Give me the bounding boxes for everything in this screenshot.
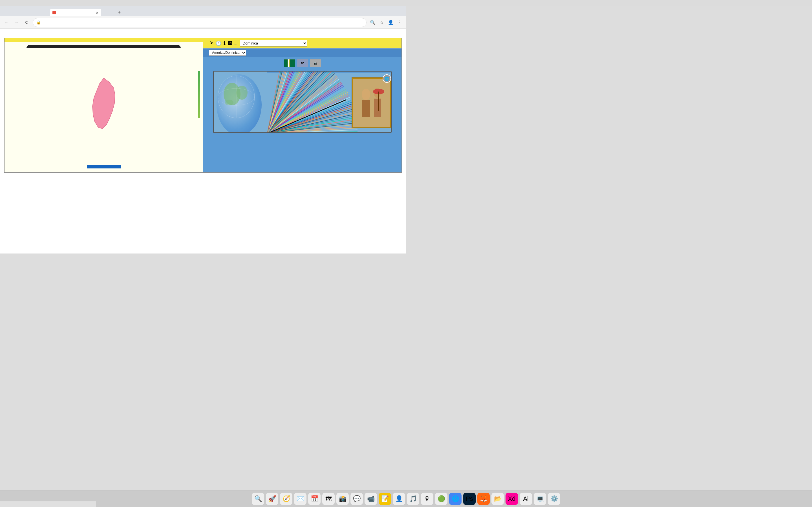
reload-button[interactable]: ↻ — [22, 18, 31, 26]
nav-actions: 🔍 ☆ 👤 ⋮ — [369, 18, 404, 26]
svg-point-2 — [236, 86, 248, 100]
tab-inactive[interactable] — [21, 9, 26, 16]
tab-inactive[interactable] — [111, 9, 115, 16]
tab-bar: ✕ + — [0, 6, 406, 16]
tab-inactive[interactable] — [2, 9, 7, 16]
tab-inactive[interactable] — [7, 9, 11, 16]
globe-visual — [216, 74, 262, 133]
globe-svg — [216, 74, 256, 119]
right-panel-content: America/Dominica 🗺 📷 — [203, 48, 402, 172]
country-select[interactable]: Dominica — [240, 40, 307, 47]
colour-wheel-svg — [264, 71, 366, 132]
profile-icon[interactable]: 👤 — [387, 18, 395, 26]
back-button[interactable]: ← — [2, 18, 10, 26]
address-bar[interactable]: 🔒 — [33, 18, 366, 27]
nav-bar: ← → ↻ 🔒 🔍 ☆ 👤 ⋮ — [0, 16, 406, 29]
world-section: (function() { var svg = document.querySe… — [213, 71, 392, 133]
tab-favicon — [52, 11, 56, 14]
new-tab-button[interactable]: + — [115, 8, 123, 16]
tab-inactive[interactable] — [26, 9, 31, 16]
tab-inactive[interactable] — [106, 9, 110, 16]
mac-menubar — [0, 0, 406, 6]
geo-title — [27, 45, 181, 48]
forward-button[interactable]: → — [12, 18, 20, 26]
tab-active[interactable]: ✕ — [50, 9, 101, 16]
dominica-map-svg — [84, 72, 123, 140]
clock-icon: 🕐 — [216, 41, 221, 46]
colour-wheel-bar: America/Dominica — [203, 48, 402, 57]
tabs-strip: ✕ — [2, 9, 115, 16]
map-thumbnail-icon[interactable]: 🗺 — [297, 59, 308, 67]
tab-inactive[interactable] — [101, 9, 106, 16]
info-icon: ℹ — [223, 41, 225, 46]
page-content: 🏳 🕐 ℹ 🖼 ... Dominica America/Dominica — [0, 29, 406, 253]
tab-close-icon[interactable]: ✕ — [96, 11, 99, 15]
svg-rect-89 — [353, 79, 390, 127]
score-bar — [87, 165, 121, 168]
tab-inactive[interactable] — [12, 9, 16, 16]
timezone-select[interactable]: America/Dominica — [209, 50, 246, 56]
tab-inactive[interactable] — [31, 9, 36, 16]
tab-inactive[interactable] — [17, 9, 21, 16]
tab-inactive[interactable] — [45, 9, 50, 16]
map-area — [7, 48, 200, 164]
search-icon[interactable]: 🔍 — [369, 18, 377, 26]
quiz-container: 🏳 🕐 ℹ 🖼 ... Dominica America/Dominica — [4, 38, 402, 173]
flag-icon-small: 🏳 — [209, 41, 213, 46]
world-icon[interactable]: 🌐 — [383, 74, 391, 83]
svg-point-3 — [225, 100, 234, 105]
svg-rect-93 — [374, 99, 381, 117]
svg-marker-0 — [93, 78, 115, 129]
bookmark-icon[interactable]: ☆ — [378, 18, 386, 26]
historical-painting — [352, 77, 391, 128]
painting-svg — [352, 77, 391, 128]
lock-icon: 🔒 — [36, 20, 41, 24]
photo-thumbnail-icon[interactable]: 📷 — [310, 59, 321, 67]
ellipsis: ... — [234, 41, 238, 45]
chrome-window: ✕ + ← → ↻ 🔒 🔍 ☆ 👤 ⋮ — [0, 6, 406, 253]
tab-inactive[interactable] — [36, 9, 40, 16]
dominica-flag-icon[interactable] — [284, 59, 295, 67]
left-panel-header — [4, 38, 203, 42]
right-panel: 🏳 🕐 ℹ 🖼 ... Dominica America/Dominica — [203, 38, 402, 172]
svg-rect-92 — [362, 100, 370, 117]
menu-icon[interactable]: ⋮ — [396, 18, 404, 26]
left-panel — [4, 38, 203, 172]
svg-point-90 — [362, 89, 370, 100]
left-panel-content — [4, 42, 203, 172]
score-bar-area — [85, 165, 122, 168]
flag-icons-row: 🗺 📷 — [284, 59, 321, 67]
right-panel-header: 🏳 🕐 ℹ 🖼 ... Dominica — [203, 38, 402, 48]
photo-icon: 🖼 — [227, 41, 232, 46]
tab-inactive[interactable] — [41, 9, 45, 16]
green-bar — [198, 71, 200, 117]
